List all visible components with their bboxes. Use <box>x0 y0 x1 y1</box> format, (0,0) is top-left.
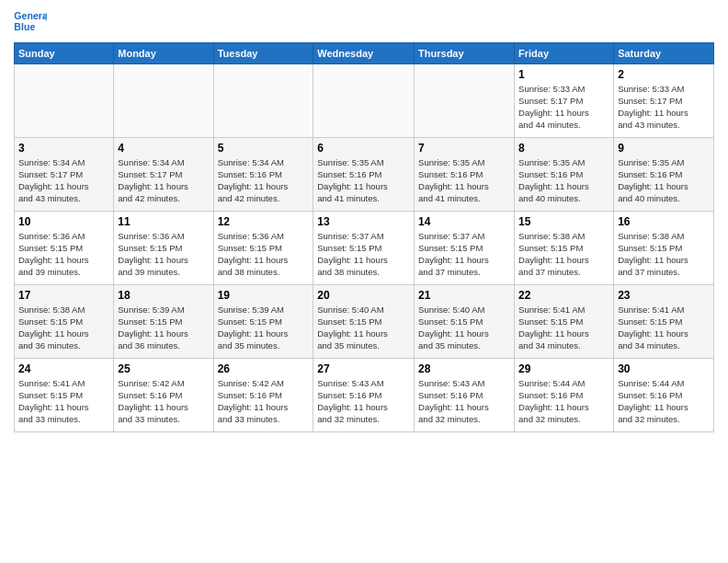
day-info: Sunrise: 5:41 AM Sunset: 5:15 PM Dayligh… <box>18 378 109 425</box>
calendar-cell: 27Sunrise: 5:43 AM Sunset: 5:16 PM Dayli… <box>313 359 415 432</box>
calendar-cell: 26Sunrise: 5:42 AM Sunset: 5:16 PM Dayli… <box>213 359 313 432</box>
day-number: 29 <box>518 362 609 376</box>
calendar-cell <box>415 64 515 138</box>
day-number: 27 <box>317 362 410 376</box>
day-info: Sunrise: 5:43 AM Sunset: 5:16 PM Dayligh… <box>418 378 510 425</box>
calendar-cell: 6Sunrise: 5:35 AM Sunset: 5:16 PM Daylig… <box>313 138 415 212</box>
day-header-thursday: Thursday <box>415 43 515 64</box>
calendar-cell: 21Sunrise: 5:40 AM Sunset: 5:15 PM Dayli… <box>415 285 515 359</box>
day-info: Sunrise: 5:36 AM Sunset: 5:15 PM Dayligh… <box>118 231 209 278</box>
day-info: Sunrise: 5:40 AM Sunset: 5:15 PM Dayligh… <box>418 304 510 351</box>
calendar-cell: 30Sunrise: 5:44 AM Sunset: 5:16 PM Dayli… <box>614 359 714 432</box>
calendar-cell: 2Sunrise: 5:33 AM Sunset: 5:17 PM Daylig… <box>614 64 714 138</box>
day-info: Sunrise: 5:43 AM Sunset: 5:16 PM Dayligh… <box>317 378 410 425</box>
calendar-cell: 15Sunrise: 5:38 AM Sunset: 5:15 PM Dayli… <box>515 212 614 285</box>
day-info: Sunrise: 5:38 AM Sunset: 5:15 PM Dayligh… <box>18 304 109 351</box>
day-header-saturday: Saturday <box>614 43 714 64</box>
day-number: 2 <box>618 67 710 82</box>
day-number: 25 <box>118 362 209 376</box>
day-number: 18 <box>118 288 209 303</box>
day-info: Sunrise: 5:40 AM Sunset: 5:15 PM Dayligh… <box>317 304 410 351</box>
calendar-cell: 8Sunrise: 5:35 AM Sunset: 5:16 PM Daylig… <box>515 138 614 212</box>
day-header-friday: Friday <box>515 43 614 64</box>
day-number: 19 <box>218 288 310 303</box>
day-number: 4 <box>118 141 209 155</box>
day-info: Sunrise: 5:35 AM Sunset: 5:16 PM Dayligh… <box>317 157 410 204</box>
calendar-cell: 19Sunrise: 5:39 AM Sunset: 5:15 PM Dayli… <box>213 285 313 359</box>
day-info: Sunrise: 5:34 AM Sunset: 5:17 PM Dayligh… <box>18 157 109 204</box>
calendar-cell: 4Sunrise: 5:34 AM Sunset: 5:17 PM Daylig… <box>114 138 213 212</box>
day-info: Sunrise: 5:37 AM Sunset: 5:15 PM Dayligh… <box>418 231 510 278</box>
day-info: Sunrise: 5:44 AM Sunset: 5:16 PM Dayligh… <box>618 378 710 425</box>
calendar-cell: 18Sunrise: 5:39 AM Sunset: 5:15 PM Dayli… <box>114 285 213 359</box>
calendar-cell: 10Sunrise: 5:36 AM Sunset: 5:15 PM Dayli… <box>15 212 114 285</box>
day-info: Sunrise: 5:34 AM Sunset: 5:17 PM Dayligh… <box>118 157 209 204</box>
week-row-2: 3Sunrise: 5:34 AM Sunset: 5:17 PM Daylig… <box>15 138 714 212</box>
day-number: 3 <box>18 141 109 155</box>
day-info: Sunrise: 5:38 AM Sunset: 5:15 PM Dayligh… <box>618 231 710 278</box>
day-number: 8 <box>518 141 609 155</box>
day-number: 5 <box>218 141 310 155</box>
calendar-cell: 16Sunrise: 5:38 AM Sunset: 5:15 PM Dayli… <box>614 212 714 285</box>
calendar-cell: 12Sunrise: 5:36 AM Sunset: 5:15 PM Dayli… <box>213 212 313 285</box>
calendar-cell <box>114 64 213 138</box>
day-number: 20 <box>317 288 410 303</box>
calendar-cell: 13Sunrise: 5:37 AM Sunset: 5:15 PM Dayli… <box>313 212 415 285</box>
day-info: Sunrise: 5:33 AM Sunset: 5:17 PM Dayligh… <box>518 84 609 131</box>
week-row-3: 10Sunrise: 5:36 AM Sunset: 5:15 PM Dayli… <box>15 212 714 285</box>
calendar-body: 1Sunrise: 5:33 AM Sunset: 5:17 PM Daylig… <box>15 64 714 432</box>
svg-text:Blue: Blue <box>14 21 35 32</box>
week-row-1: 1Sunrise: 5:33 AM Sunset: 5:17 PM Daylig… <box>15 64 714 138</box>
day-number: 16 <box>618 214 710 229</box>
svg-text:General: General <box>14 10 47 21</box>
day-info: Sunrise: 5:41 AM Sunset: 5:15 PM Dayligh… <box>518 304 609 351</box>
calendar-cell <box>213 64 313 138</box>
calendar-cell: 23Sunrise: 5:41 AM Sunset: 5:15 PM Dayli… <box>614 285 714 359</box>
day-number: 12 <box>218 214 310 229</box>
calendar-cell: 20Sunrise: 5:40 AM Sunset: 5:15 PM Dayli… <box>313 285 415 359</box>
day-number: 11 <box>118 214 209 229</box>
week-row-5: 24Sunrise: 5:41 AM Sunset: 5:15 PM Dayli… <box>15 359 714 432</box>
calendar-header-row: SundayMondayTuesdayWednesdayThursdayFrid… <box>15 43 714 64</box>
day-number: 7 <box>418 141 510 155</box>
day-number: 23 <box>618 288 710 303</box>
calendar-cell <box>15 64 114 138</box>
day-header-tuesday: Tuesday <box>213 43 313 64</box>
calendar-cell: 7Sunrise: 5:35 AM Sunset: 5:16 PM Daylig… <box>415 138 515 212</box>
calendar-cell: 9Sunrise: 5:35 AM Sunset: 5:16 PM Daylig… <box>614 138 714 212</box>
calendar-cell: 11Sunrise: 5:36 AM Sunset: 5:15 PM Dayli… <box>114 212 213 285</box>
day-info: Sunrise: 5:39 AM Sunset: 5:15 PM Dayligh… <box>218 304 310 351</box>
day-header-monday: Monday <box>114 43 213 64</box>
day-number: 30 <box>618 362 710 376</box>
calendar-cell: 22Sunrise: 5:41 AM Sunset: 5:15 PM Dayli… <box>515 285 614 359</box>
calendar-cell: 25Sunrise: 5:42 AM Sunset: 5:16 PM Dayli… <box>114 359 213 432</box>
calendar-cell: 29Sunrise: 5:44 AM Sunset: 5:16 PM Dayli… <box>515 359 614 432</box>
calendar-cell: 14Sunrise: 5:37 AM Sunset: 5:15 PM Dayli… <box>415 212 515 285</box>
page: General Blue SundayMondayTuesdayWednesda… <box>0 0 728 442</box>
week-row-4: 17Sunrise: 5:38 AM Sunset: 5:15 PM Dayli… <box>15 285 714 359</box>
day-number: 17 <box>18 288 109 303</box>
day-number: 28 <box>418 362 510 376</box>
day-number: 26 <box>218 362 310 376</box>
logo-icon: General Blue <box>14 9 47 37</box>
day-number: 6 <box>317 141 410 155</box>
calendar-table: SundayMondayTuesdayWednesdayThursdayFrid… <box>14 42 714 432</box>
day-info: Sunrise: 5:33 AM Sunset: 5:17 PM Dayligh… <box>618 84 710 131</box>
calendar-cell: 17Sunrise: 5:38 AM Sunset: 5:15 PM Dayli… <box>15 285 114 359</box>
day-number: 21 <box>418 288 510 303</box>
day-info: Sunrise: 5:44 AM Sunset: 5:16 PM Dayligh… <box>518 378 609 425</box>
day-info: Sunrise: 5:37 AM Sunset: 5:15 PM Dayligh… <box>317 231 410 278</box>
day-info: Sunrise: 5:41 AM Sunset: 5:15 PM Dayligh… <box>618 304 710 351</box>
day-number: 24 <box>18 362 109 376</box>
day-info: Sunrise: 5:42 AM Sunset: 5:16 PM Dayligh… <box>118 378 209 425</box>
day-header-sunday: Sunday <box>15 43 114 64</box>
calendar-cell: 28Sunrise: 5:43 AM Sunset: 5:16 PM Dayli… <box>415 359 515 432</box>
day-info: Sunrise: 5:36 AM Sunset: 5:15 PM Dayligh… <box>218 231 310 278</box>
day-info: Sunrise: 5:35 AM Sunset: 5:16 PM Dayligh… <box>518 157 609 204</box>
header: General Blue <box>14 9 714 37</box>
calendar-cell: 3Sunrise: 5:34 AM Sunset: 5:17 PM Daylig… <box>15 138 114 212</box>
calendar-cell <box>313 64 415 138</box>
day-info: Sunrise: 5:36 AM Sunset: 5:15 PM Dayligh… <box>18 231 109 278</box>
day-info: Sunrise: 5:42 AM Sunset: 5:16 PM Dayligh… <box>218 378 310 425</box>
day-number: 1 <box>518 67 609 82</box>
